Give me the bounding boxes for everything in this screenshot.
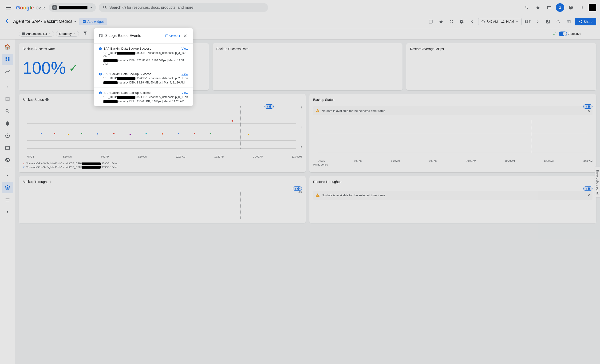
logs-based-events-modal: 3 Logs-Based Events View All ✕ SAP Backi…: [94, 28, 193, 106]
modal-overlay: 3 Logs-Based Events View All ✕ SAP Backi…: [0, 0, 600, 364]
modal-event-1: SAP Backint Data Backup Success View "DB…: [94, 44, 193, 69]
modal-event-1-view-link[interactable]: View: [181, 47, 188, 50]
modal-event-1-title: SAP Backint Data Backup Success: [99, 47, 151, 50]
modal-header: 3 Logs-Based Events View All ✕: [94, 28, 193, 44]
modal-title: 3 Logs-Based Events: [105, 34, 163, 38]
modal-event-3-title: SAP Backint Data Backup Success: [99, 91, 151, 94]
modal-event-1-desc2: -hana by DEH: 372.81 GB, 1164 MBps | Mar…: [103, 59, 188, 65]
modal-event-2-desc2: -hana by DEH: 83.89 MB, 50 MBps | Mar 4,…: [103, 81, 188, 84]
modal-event-2-view-link[interactable]: View: [181, 72, 188, 76]
modal-title-icon: [99, 34, 103, 38]
external-link-icon: [165, 34, 168, 37]
modal-event-3-desc2: -hana by DEH: 155.65 KB, 0 MBps | Mar 4,…: [103, 100, 188, 103]
modal-event-3-header: SAP Backint Data Backup Success View: [99, 91, 188, 94]
modal-close-button[interactable]: ✕: [182, 32, 188, 39]
modal-view-all-link[interactable]: View All: [165, 34, 180, 38]
modal-event-2-header: SAP Backint Data Backup Success View: [99, 72, 188, 76]
event-1-info-icon: [99, 47, 102, 50]
modal-event-2-desc: "DB_DEH/-359GB-16channels_databackup_2_1…: [103, 77, 188, 80]
modal-event-3: SAP Backint Data Backup Success View "DB…: [94, 88, 193, 106]
modal-event-2: SAP Backint Data Backup Success View "DB…: [94, 69, 193, 88]
modal-event-2-title: SAP Backint Data Backup Success: [99, 72, 151, 76]
event-3-info-icon: [99, 91, 102, 94]
modal-event-3-desc: "DB_DEH/-359GB-16channels_databackup_0_1…: [103, 95, 188, 99]
modal-event-1-header: SAP Backint Data Backup Success View: [99, 47, 188, 50]
modal-backdrop[interactable]: [0, 0, 600, 364]
modal-event-3-view-link[interactable]: View: [181, 91, 188, 94]
event-2-info-icon: [99, 72, 102, 76]
modal-event-1-desc: "DB_DEH/-359GB-16channels_databackup_3_1…: [103, 51, 188, 58]
